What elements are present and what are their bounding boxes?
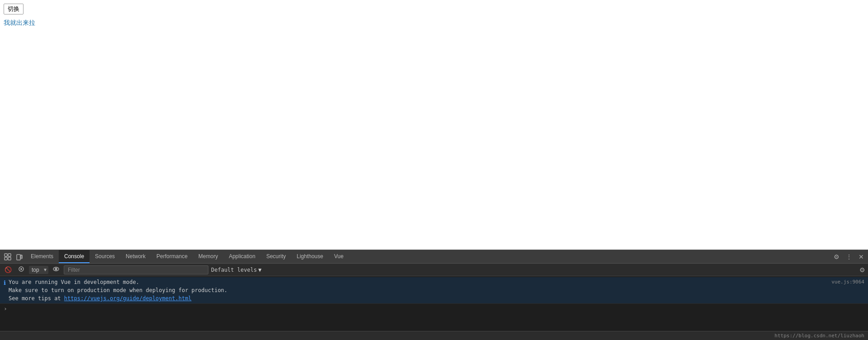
eye-icon[interactable] [51,265,61,274]
tab-network[interactable]: Network [120,250,151,263]
message-source[interactable]: vue.js:9064 [831,279,864,286]
context-select-wrapper: top ▼ [29,266,48,274]
tab-console[interactable]: Console [59,250,90,263]
svg-rect-1 [8,254,11,256]
devtools-toolbar: Elements Console Sources Network Perform… [0,250,868,264]
svg-rect-2 [5,257,7,260]
console-toolbar: 🚫 top ▼ Default levels ▼ ⚙ [0,264,868,276]
context-select[interactable]: top [29,266,48,274]
status-url: https://blog.csdn.net/liuzhaoh [774,333,864,339]
inspect-icon[interactable] [2,252,14,261]
prompt-arrow-icon: › [4,305,7,312]
console-message-text: You are running Vue in development mode.… [9,278,828,302]
main-page: 切换 我就出来拉 [0,0,868,250]
default-levels-dropdown[interactable]: Default levels ▼ [211,267,261,273]
msg-line3-prefix: See more tips at [9,295,64,302]
settings-icon[interactable]: ⚙ [831,252,842,261]
close-devtools-icon[interactable]: ✕ [856,252,866,261]
filter-input[interactable] [64,265,208,274]
clear-console-icon[interactable]: 🚫 [3,265,14,274]
tab-lighthouse[interactable]: Lighthouse [291,250,329,263]
console-content: ℹ You are running Vue in development mod… [0,276,868,331]
msg-line2: Make sure to turn on production mode whe… [9,287,227,293]
device-toolbar-icon[interactable] [14,252,25,261]
console-prompt: › [0,304,868,313]
svg-rect-3 [8,257,11,260]
info-icon: ℹ [4,279,6,288]
svg-rect-7 [20,255,22,259]
tab-elements[interactable]: Elements [25,250,59,263]
switch-button[interactable]: 切换 [4,4,24,14]
console-message-vue: ℹ You are running Vue in development mod… [0,277,868,304]
tab-vue[interactable]: Vue [329,250,349,263]
msg-line1: You are running Vue in development mode. [9,279,139,285]
status-bar: https://blog.csdn.net/liuzhaoh [0,331,868,340]
svg-rect-4 [17,255,20,260]
svg-rect-0 [5,254,7,256]
filter-icon[interactable] [16,265,26,274]
devtools-right-icons: ⚙ ⋮ ✕ [831,252,866,261]
default-levels-arrow: ▼ [258,267,261,273]
tab-performance[interactable]: Performance [151,250,193,263]
svg-point-11 [55,268,57,270]
tab-security[interactable]: Security [261,250,291,263]
console-settings-icon[interactable]: ⚙ [859,266,865,274]
default-levels-label: Default levels [211,267,257,273]
tab-application[interactable]: Application [223,250,261,263]
tab-memory[interactable]: Memory [193,250,223,263]
deployment-link[interactable]: https://vuejs.org/guide/deployment.html [64,295,192,302]
devtools-panel: Elements Console Sources Network Perform… [0,250,868,340]
tab-sources[interactable]: Sources [90,250,120,263]
page-text: 我就出来拉 [4,19,864,27]
more-options-icon[interactable]: ⋮ [844,252,854,261]
devtools-tabs: Elements Console Sources Network Perform… [25,250,831,263]
svg-point-9 [20,268,22,270]
